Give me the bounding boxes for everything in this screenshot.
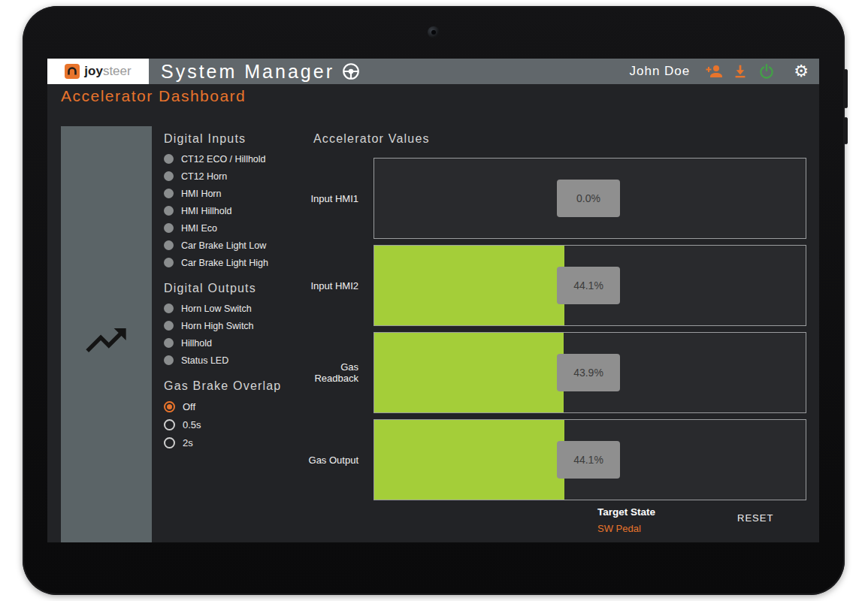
brand-steer: steer (103, 64, 132, 79)
overlap-option-label: Off (183, 401, 195, 412)
gauge-value-badge: 44.1% (557, 441, 620, 479)
screen: joysteer System Manager John Doe (47, 59, 819, 542)
gauge-row-input-hmi1: Input HMI1 0.0% (298, 158, 809, 239)
led-indicator (164, 321, 174, 331)
led-indicator (164, 154, 174, 164)
led-indicator (164, 355, 174, 365)
led-indicator (164, 338, 174, 348)
gauge-track: 43.9% (374, 332, 806, 413)
gauge-value-badge: 43.9% (557, 354, 620, 391)
target-state-value: SW Pedal (597, 523, 655, 534)
accelerator-values-heading: Accelerator Values (313, 132, 430, 146)
add-user-button[interactable] (705, 59, 723, 84)
digital-output-label: Horn High Switch (181, 321, 254, 331)
digital-input-label: CT12 ECO / Hillhold (181, 154, 266, 165)
gauge-label: Gas Output (298, 455, 358, 466)
gauge-row-gas-output: Gas Output 44.1% (298, 419, 809, 500)
app-bar: joysteer System Manager John Doe (47, 59, 819, 84)
radio-icon (164, 419, 175, 430)
led-indicator (164, 258, 174, 267)
digital-output-label: Status LED (181, 355, 228, 366)
gauge-label: Gas Readback (298, 361, 358, 384)
led-indicator (164, 171, 174, 181)
digital-input-label: HMI Eco (181, 223, 217, 234)
overlap-option-label: 0.5s (183, 419, 201, 430)
tablet-frame: joysteer System Manager John Doe (23, 6, 845, 595)
target-state: Target State SW Pedal (597, 506, 655, 534)
power-side-button (844, 69, 848, 108)
gauge-track: 0.0% (374, 158, 806, 239)
gauge-value-badge: 44.1% (557, 267, 620, 304)
led-indicator (164, 206, 174, 216)
radio-icon (164, 401, 175, 412)
gauge-row-gas-readback: Gas Readback 43.9% (298, 332, 809, 413)
digital-input-label: CT12 Horn (181, 171, 227, 182)
reset-button[interactable]: RESET (730, 509, 781, 527)
download-icon (732, 63, 749, 80)
gauge-fill (374, 420, 564, 500)
brand-joy: joy (84, 64, 103, 79)
led-indicator (164, 223, 174, 233)
steering-wheel-icon (341, 62, 361, 81)
gear-icon: ⚙ (794, 63, 809, 80)
gauge-value-badge: 0.0% (557, 180, 620, 217)
settings-button[interactable]: ⚙ (794, 59, 809, 84)
gauge-fill (374, 333, 564, 412)
app-title: System Manager (161, 61, 334, 83)
target-state-label: Target State (597, 506, 655, 518)
camera (428, 26, 440, 38)
digital-output-label: Hillhold (181, 338, 212, 349)
gauge-track: 44.1% (374, 245, 806, 326)
volume-side-button (844, 117, 848, 144)
page-title: Accelerator Dashboard (61, 87, 246, 105)
led-indicator (164, 189, 174, 198)
user-name: John Doe (629, 64, 690, 79)
digital-input-label: Car Brake Light High (181, 258, 268, 268)
trending-up-icon (82, 316, 130, 364)
power-status-button[interactable] (758, 59, 776, 84)
radio-icon (164, 437, 175, 448)
dashboard-nav-button[interactable] (82, 316, 130, 364)
led-indicator (164, 304, 174, 313)
digital-output-label: Horn Low Switch (181, 304, 252, 314)
led-indicator (164, 240, 174, 250)
overlap-option-label: 2s (183, 437, 193, 448)
gauge-label: Input HMI2 (298, 280, 358, 291)
gauge-row-input-hmi2: Input HMI2 44.1% (298, 245, 809, 326)
gauges-panel: Input HMI1 0.0% Input HMI2 44.1% Gas Rea… (298, 158, 809, 506)
download-button[interactable] (732, 59, 749, 84)
digital-input-label: HMI Hillhold (181, 206, 231, 216)
gauge-fill (374, 246, 564, 325)
joysteer-logo: joysteer (47, 59, 149, 84)
gauge-label: Input HMI1 (298, 193, 358, 204)
person-add-icon (705, 62, 723, 80)
joysteer-logo-icon (65, 64, 80, 79)
power-icon (758, 62, 776, 80)
digital-input-label: Car Brake Light Low (181, 240, 266, 251)
gauge-track: 44.1% (374, 419, 806, 500)
nav-rail (61, 126, 152, 542)
digital-input-label: HMI Horn (181, 189, 221, 199)
